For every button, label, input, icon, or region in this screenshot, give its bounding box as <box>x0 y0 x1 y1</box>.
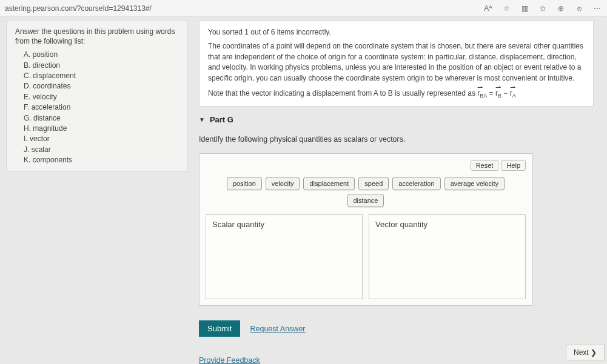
feedback-note: Note that the vector indicating a displa… <box>208 88 585 100</box>
chip-average-velocity[interactable]: average velocity <box>444 177 505 190</box>
list-item: E. velocity <box>24 92 179 102</box>
sync-icon[interactable]: ⎋ <box>574 4 584 13</box>
part-label: Part G <box>210 115 233 124</box>
feedback-lead: You sorted 1 out of 6 items incorrectly. <box>208 27 585 38</box>
request-answer-link[interactable]: Request Answer <box>250 325 305 333</box>
bin-vector-label: Vector quantity <box>375 220 428 229</box>
split-icon[interactable]: ▥ <box>520 4 529 13</box>
list-item: B. direction <box>24 61 179 71</box>
page-body: Answer the questions in this problem usi… <box>0 17 607 364</box>
provide-feedback-link[interactable]: Provide Feedback <box>199 356 594 364</box>
browser-icon-area: AA ☆ ▥ ✩ ⊕ ⎋ ⋯ <box>483 4 602 13</box>
caret-down-icon: ▼ <box>199 116 205 123</box>
browser-address-bar: astering.pearson.com/?courseId=12941313#… <box>0 0 607 17</box>
chip-speed[interactable]: speed <box>358 177 389 190</box>
more-icon[interactable]: ⋯ <box>592 4 602 13</box>
favorite-icon[interactable]: ✩ <box>538 4 548 13</box>
list-item: K. components <box>24 155 179 165</box>
list-item: J. scalar <box>24 145 179 155</box>
chip-row: position velocity displacement speed acc… <box>227 177 505 190</box>
bin-scalar-label: Scalar quantity <box>212 220 264 229</box>
chip-row: distance <box>347 194 384 207</box>
sorter-controls: Reset Help <box>206 160 526 171</box>
vector-equation: rBA = rB − rA <box>477 89 515 98</box>
submit-button[interactable]: Submit <box>199 320 240 337</box>
reset-button[interactable]: Reset <box>471 160 499 171</box>
chip-velocity[interactable]: velocity <box>266 177 300 190</box>
part-prompt: Identify the following physical quantiti… <box>199 135 594 144</box>
feedback-panel: You sorted 1 out of 6 items incorrectly.… <box>199 21 594 107</box>
feedback-body: The coordinates of a point will depend o… <box>208 41 585 84</box>
collections-icon[interactable]: ⊕ <box>556 4 566 13</box>
list-item: D. coordinates <box>24 81 179 91</box>
list-item: G. distance <box>24 113 179 124</box>
main-content: You sorted 1 out of 6 items incorrectly.… <box>199 21 601 364</box>
text-size-icon[interactable]: AA <box>483 4 493 13</box>
sidebar-options: A. position B. direction C. displacement… <box>15 50 179 165</box>
action-row: Submit Request Answer <box>199 320 594 337</box>
help-button[interactable]: Help <box>501 160 526 171</box>
url-text: astering.pearson.com/?courseId=12941313#… <box>5 4 483 13</box>
drop-bins: Scalar quantity Vector quantity <box>206 214 526 299</box>
bin-scalar[interactable]: Scalar quantity <box>206 214 363 299</box>
chip-pool: position velocity displacement speed acc… <box>206 177 526 207</box>
next-button[interactable]: Next ❯ <box>566 345 605 360</box>
sidebar-instruction: Answer the questions in this problem usi… <box>15 27 179 46</box>
chip-displacement[interactable]: displacement <box>303 177 355 190</box>
list-item: F. acceleration <box>24 102 179 113</box>
chip-position[interactable]: position <box>227 177 262 190</box>
sorting-widget: Reset Help position velocity displacemen… <box>199 153 532 306</box>
list-item: I. vector <box>24 134 179 144</box>
chip-distance[interactable]: distance <box>347 194 384 207</box>
bin-vector[interactable]: Vector quantity <box>369 214 526 299</box>
part-header[interactable]: ▼ Part G <box>199 115 594 124</box>
list-item: A. position <box>24 50 179 60</box>
question-sidebar: Answer the questions in this problem usi… <box>6 21 188 172</box>
star-icon[interactable]: ☆ <box>501 4 511 13</box>
chip-acceleration[interactable]: acceleration <box>392 177 440 190</box>
list-item: C. displacement <box>24 71 179 81</box>
list-item: H. magnitude <box>24 124 179 134</box>
